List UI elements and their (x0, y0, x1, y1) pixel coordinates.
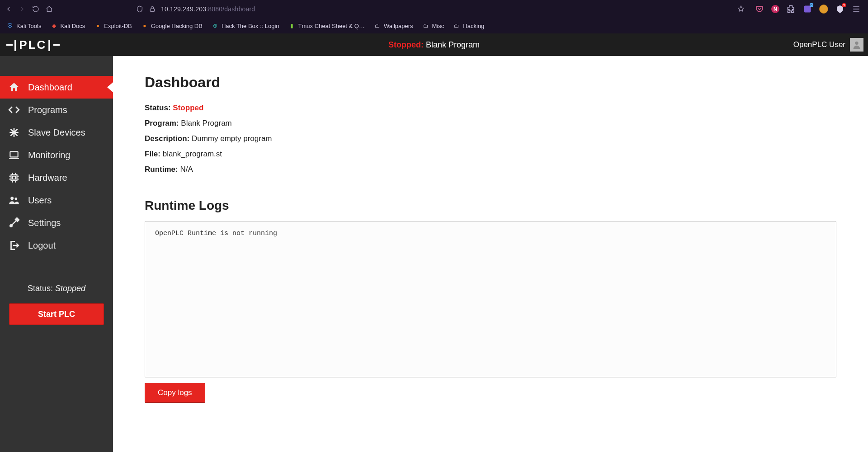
sidebar-item-monitoring[interactable]: Monitoring (0, 144, 113, 166)
sidebar-item-dashboard[interactable]: Dashboard (0, 76, 113, 99)
sidebar-item-programs[interactable]: Programs (0, 99, 113, 121)
svg-point-6 (10, 197, 14, 200)
bookmark-item[interactable]: ●Google Hacking DB (141, 22, 203, 29)
bookmark-item[interactable]: ▮Tmux Cheat Sheet & Q… (288, 22, 365, 29)
bookmark-favicon: ● (141, 22, 148, 29)
pocket-icon[interactable] (755, 5, 764, 14)
hamburger-menu-icon[interactable] (852, 5, 861, 14)
extensions-icon[interactable] (787, 5, 796, 14)
svg-rect-0 (150, 9, 154, 11)
runtime-logs-box[interactable]: OpenPLC Runtime is not running (145, 221, 836, 377)
sidebar-item-label: Programs (28, 105, 67, 115)
avatar-icon[interactable] (850, 38, 863, 52)
header-user[interactable]: OpenPLC User (793, 38, 868, 52)
app-logo[interactable]: |PLC| (0, 38, 60, 52)
row-program: Program: Blank Program (145, 119, 836, 128)
bookmark-item[interactable]: ●Exploit-DB (94, 22, 132, 29)
bookmark-favicon: ⊕ (212, 22, 219, 29)
extension-n-icon[interactable]: N (771, 5, 779, 13)
shield-icon[interactable] (136, 5, 144, 13)
address-bar[interactable]: 10.129.249.203:8080/dashboard (59, 2, 750, 16)
file-label: File: (145, 150, 160, 158)
asterisk-icon (8, 127, 20, 138)
file-value: blank_program.st (163, 150, 222, 158)
laptop-icon (8, 149, 20, 161)
bookmark-label: Exploit-DB (104, 23, 132, 29)
bookmark-item[interactable]: ⦿Kali Tools (6, 22, 41, 29)
svg-rect-4 (11, 175, 17, 181)
settings-icon (8, 217, 20, 229)
header-status-word: Stopped: (388, 40, 424, 49)
url-port: :8080 (206, 5, 222, 13)
bookmark-favicon: 🗀 (453, 22, 460, 29)
sidebar-item-label: Hardware (28, 173, 67, 183)
sidebar-item-hardware[interactable]: Hardware (0, 166, 113, 189)
bookmark-favicon: ◆ (50, 22, 57, 29)
nav-home-icon[interactable] (45, 5, 53, 13)
row-runtime: Runtime: N/A (145, 165, 836, 174)
nav-back-icon[interactable] (5, 5, 13, 13)
copy-logs-button[interactable]: Copy logs (145, 383, 205, 403)
status-value: Stopped (173, 104, 203, 112)
bookmarks-bar: ⦿Kali Tools◆Kali Docs●Exploit-DB●Google … (0, 18, 868, 33)
extension-foxy-icon[interactable]: 0 (803, 5, 812, 14)
bookmark-label: Hacking (463, 23, 484, 29)
address-text: 10.129.249.203:8080/dashboard (161, 5, 255, 13)
bookmark-favicon: ▮ (288, 22, 296, 29)
url-host: 10.129.249.203 (161, 5, 206, 13)
sidebar-item-logout[interactable]: Logout (0, 234, 113, 257)
bookmark-label: Kali Tools (16, 23, 41, 29)
bookmark-item[interactable]: 🗀Wallpapers (374, 22, 413, 29)
program-label: Program: (145, 119, 179, 127)
row-status: Status: Stopped (145, 104, 836, 113)
badge-alert: 3 (842, 3, 846, 7)
row-description: Description: Dummy empty program (145, 134, 836, 143)
sidebar-item-label: Users (28, 195, 52, 206)
toolbar-right: N 0 3 (755, 5, 863, 14)
svg-point-7 (15, 198, 18, 200)
sidebar-item-label: Dashboard (28, 82, 72, 93)
lock-icon[interactable] (148, 5, 156, 13)
extension-shield-icon[interactable]: 3 (835, 5, 844, 14)
home-icon (8, 81, 20, 93)
user-label: OpenPLC User (793, 40, 845, 49)
sidebar-item-settings[interactable]: Settings (0, 212, 113, 234)
sidebar-item-label: Settings (28, 218, 61, 228)
bookmark-label: Google Hacking DB (151, 23, 203, 29)
chip-icon (8, 172, 20, 184)
svg-point-8 (10, 225, 12, 226)
start-plc-button[interactable]: Start PLC (9, 303, 104, 325)
svg-rect-5 (13, 176, 16, 179)
bookmark-favicon: ● (94, 22, 101, 29)
extension-circle-icon[interactable] (819, 5, 828, 14)
badge-count: 0 (810, 3, 813, 7)
bookmark-favicon: ⦿ (6, 22, 14, 29)
bookmark-star-icon[interactable] (737, 5, 745, 13)
svg-point-2 (855, 42, 858, 45)
bookmark-item[interactable]: 🗀Hacking (453, 22, 484, 29)
sidebar-status: Status: Stopped (0, 284, 113, 293)
app-body: DashboardProgramsSlave DevicesMonitoring… (0, 56, 868, 452)
sidebar-item-users[interactable]: Users (0, 189, 113, 212)
sidebar-item-slave-devices[interactable]: Slave Devices (0, 121, 113, 144)
browser-chrome: 10.129.249.203:8080/dashboard N 0 3 (0, 0, 868, 33)
sidebar-item-label: Slave Devices (28, 127, 85, 138)
bookmark-label: Kali Docs (60, 23, 85, 29)
bookmark-label: Misc (432, 23, 444, 29)
program-value: Blank Program (181, 119, 231, 127)
code-icon (8, 104, 20, 116)
bookmark-label: Wallpapers (384, 23, 413, 29)
nav-forward-icon[interactable] (18, 5, 26, 13)
runtime-logs-title: Runtime Logs (145, 198, 836, 213)
sidebar-item-label: Monitoring (28, 150, 70, 160)
logo-text: PLC (19, 38, 47, 52)
header-status: Stopped: Blank Program (388, 40, 480, 50)
nav-reload-icon[interactable] (32, 5, 40, 13)
bookmark-item[interactable]: ◆Kali Docs (50, 22, 85, 29)
row-file: File: blank_program.st (145, 150, 836, 159)
description-value: Dummy empty program (192, 134, 272, 143)
sidebar-item-label: Logout (28, 240, 56, 251)
bookmark-item[interactable]: ⊕Hack The Box :: Login (212, 22, 279, 29)
sidebar-status-value: Stopped (55, 284, 85, 293)
bookmark-item[interactable]: 🗀Misc (422, 22, 444, 29)
